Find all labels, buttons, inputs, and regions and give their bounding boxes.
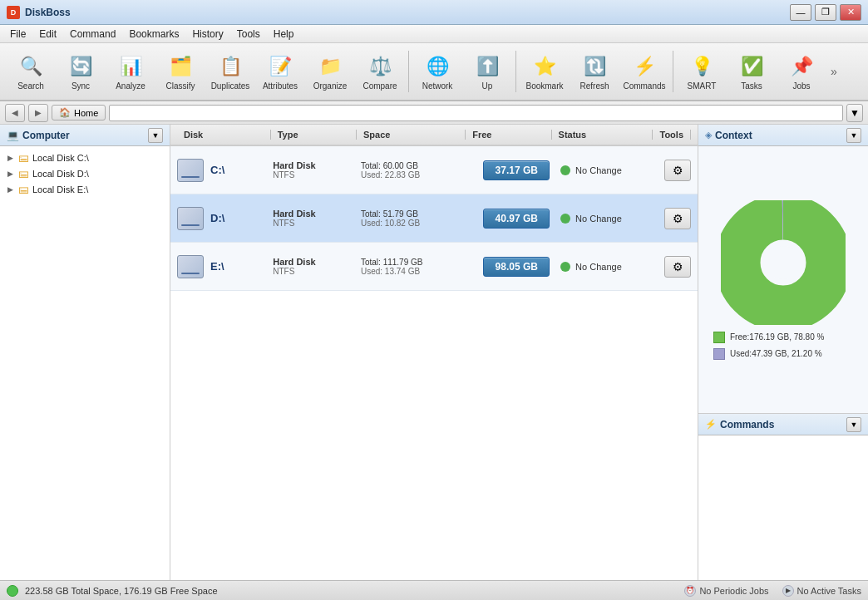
fs-e-type: NTFS [273, 267, 361, 276]
pie-chart [721, 200, 846, 325]
toolbar-bookmark-button[interactable]: Bookmark [520, 47, 569, 96]
sidebar-dropdown[interactable]: ▼ [148, 128, 163, 143]
status-d-text: No Change [575, 214, 622, 224]
toolbar-refresh-button[interactable]: Refresh [570, 47, 619, 96]
sidebar-item-c[interactable]: ▶ 🖴 Local Disk C:\ [0, 150, 170, 165]
title-bar: D DiskBoss — ❐ ✕ [0, 0, 868, 25]
free-e-badge: 98.05 GB [483, 257, 550, 277]
disk-e-letter: E:\ [210, 260, 224, 273]
free-c-badge: 37.17 GB [483, 160, 550, 180]
menu-command[interactable]: Command [63, 27, 122, 42]
status-c-dot [560, 165, 570, 175]
disk-row-e[interactable]: E:\ Hard Disk NTFS Total: 111.79 GB Used… [170, 243, 698, 291]
th-status: Status [552, 130, 653, 140]
home-icon: 🏠 [59, 107, 71, 118]
free-e-cell: 98.05 GB [472, 257, 560, 277]
tools-e-button[interactable]: ⚙ [664, 256, 691, 278]
expand-icon-c: ▶ [5, 153, 15, 163]
context-panel-dropdown[interactable]: ▼ [846, 128, 861, 143]
status-bar: 223.58 GB Total Space, 176.19 GB Free Sp… [0, 580, 868, 600]
legend-used-color [713, 348, 725, 360]
sidebar-item-e[interactable]: ▶ 🖴 Local Disk E:\ [0, 181, 170, 197]
commands-panel: ⚡ Commands ▼ [698, 414, 868, 580]
free-d-cell: 40.97 GB [472, 209, 560, 229]
disk-row-c[interactable]: C:\ Hard Disk NTFS Total: 60.00 GB Used:… [170, 146, 698, 194]
home-button[interactable]: 🏠 Home [52, 105, 106, 120]
toolbar-commands-button[interactable]: Commands [620, 47, 668, 96]
jobs-status-text: No Periodic Jobs [699, 586, 768, 596]
disk-row-d[interactable]: D:\ Hard Disk NTFS Total: 51.79 GB Used:… [170, 194, 698, 243]
total-c: Total: 60.00 GB [361, 161, 472, 170]
compare-icon [367, 53, 393, 80]
disk-d-cell: D:\ [177, 207, 273, 230]
computer-icon: 💻 [7, 130, 19, 141]
maximize-button[interactable]: ❐ [815, 4, 836, 21]
close-button[interactable]: ✕ [840, 4, 861, 21]
toolbar-duplicates-label: Duplicates [211, 81, 250, 91]
toolbar-compare-button[interactable]: Compare [356, 47, 404, 96]
legend-used-text: Used:47.39 GB, 21.20 % [730, 349, 822, 358]
toolbar-analyze-button[interactable]: Analyze [106, 47, 155, 96]
toolbar-refresh-label: Refresh [579, 81, 609, 91]
toolbar-network-label: Network [422, 81, 453, 91]
toolbar-up-label: Up [482, 81, 493, 91]
status-d-dot [560, 214, 570, 224]
menu-edit[interactable]: Edit [32, 27, 63, 42]
address-dropdown[interactable]: ▼ [846, 104, 863, 122]
tools-c-button[interactable]: ⚙ [664, 160, 691, 181]
free-c-cell: 37.17 GB [472, 160, 560, 180]
gear-e-icon: ⚙ [673, 260, 683, 273]
tools-d-button[interactable]: ⚙ [664, 208, 691, 229]
toolbar-network-button[interactable]: Network [413, 47, 461, 96]
toolbar-more-button[interactable]: » [827, 47, 841, 96]
minimize-button[interactable]: — [790, 4, 811, 21]
toolbar-tasks-button[interactable]: Tasks [727, 47, 776, 96]
toolbar-up-button[interactable]: Up [463, 47, 511, 96]
th-type: Type [271, 130, 357, 140]
total-d: Total: 51.79 GB [361, 209, 472, 219]
menu-history[interactable]: History [185, 27, 229, 42]
sidebar-item-d[interactable]: ▶ 🖴 Local Disk D:\ [0, 165, 170, 181]
expand-icon-e: ▶ [5, 184, 15, 194]
toolbar-classify-label: Classify [165, 81, 195, 91]
type-d-cell: Hard Disk NTFS [273, 209, 361, 228]
toolbar-smart-label: SMART [688, 81, 717, 91]
toolbar-organize-label: Organize [313, 81, 348, 91]
menu-help[interactable]: Help [267, 27, 301, 42]
type-e-cell: Hard Disk NTFS [273, 257, 361, 276]
refresh-icon [581, 53, 608, 80]
toolbar-jobs-button[interactable]: Jobs [777, 47, 826, 96]
commands-panel-title: Commands [720, 419, 843, 430]
toolbar-smart-button[interactable]: SMART [678, 47, 726, 96]
sidebar-tree: ▶ 🖴 Local Disk C:\ ▶ 🖴 Local Disk D:\ ▶ … [0, 146, 170, 200]
toolbar-sync-button[interactable]: Sync [57, 47, 105, 96]
jobs-icon [788, 53, 815, 80]
toolbar-classify-button[interactable]: Classify [156, 47, 205, 96]
commands-content [698, 435, 868, 580]
context-panel-icon: ◈ [705, 130, 712, 140]
toolbar-commands-label: Commands [623, 81, 665, 91]
commands-header: ⚡ Commands ▼ [698, 414, 868, 435]
fs-d-type: NTFS [273, 219, 361, 228]
toolbar-search-button[interactable]: Search [7, 47, 55, 96]
sidebar-header: 💻 Computer ▼ [0, 125, 170, 146]
status-indicator [7, 585, 18, 597]
disk-e-label: Local Disk E:\ [32, 184, 88, 194]
toolbar-organize-button[interactable]: Organize [306, 47, 354, 96]
menu-bookmarks[interactable]: Bookmarks [122, 27, 185, 42]
status-right: ⏰ No Periodic Jobs ▶ No Active Tasks [684, 585, 861, 597]
commands-panel-dropdown[interactable]: ▼ [846, 417, 861, 432]
gear-c-icon: ⚙ [673, 164, 683, 177]
menu-tools[interactable]: Tools [230, 27, 267, 42]
tasks-status-icon: ▶ [782, 585, 794, 597]
address-bar[interactable] [109, 105, 843, 121]
toolbar-duplicates-button[interactable]: Duplicates [206, 47, 254, 96]
pie-legend: Free:176.19 GB, 78.80 % Used:47.39 GB, 2… [707, 332, 860, 360]
toolbar-attributes-button[interactable]: Attributes [256, 47, 304, 96]
gear-d-icon: ⚙ [673, 212, 683, 225]
back-button[interactable]: ◀ [5, 104, 25, 122]
status-e-cell: No Change [560, 262, 664, 272]
forward-button[interactable]: ▶ [28, 104, 48, 122]
menu-file[interactable]: File [3, 27, 32, 42]
tools-c-cell: ⚙ [664, 160, 691, 181]
